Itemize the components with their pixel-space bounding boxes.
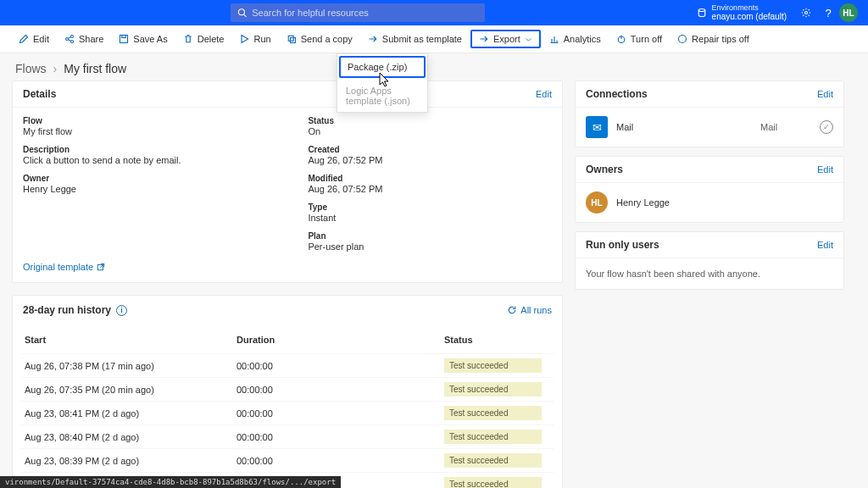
save-as-button[interactable]: Save As (112, 30, 174, 47)
status-badge: Test succeeded (444, 453, 542, 468)
turn-off-button[interactable]: Turn off (609, 30, 669, 47)
export-dropdown: Package (.zip) Logic Apps template (.jso… (337, 53, 428, 113)
cell-start: Aug 26, 07:38 PM (17 min ago) (25, 361, 236, 371)
trash-icon (183, 34, 193, 44)
search-input[interactable] (252, 8, 478, 18)
run-only-edit[interactable]: Edit (817, 240, 833, 250)
send-copy-button[interactable]: Send a copy (280, 30, 359, 47)
question-icon: ? (825, 7, 831, 19)
breadcrumb-sep: › (53, 62, 58, 75)
export-icon (479, 34, 489, 44)
flow-label: Flow (23, 116, 291, 125)
status-label: Status (308, 116, 552, 125)
search-box[interactable] (231, 3, 485, 22)
wrench-icon (677, 34, 687, 44)
help-button[interactable]: ? (817, 2, 839, 24)
cell-duration: 00:00:00 (236, 361, 444, 371)
owner-row[interactable]: HL Henry Legge (576, 183, 843, 222)
table-row[interactable]: Aug 23, 08:39 PM (2 d ago)00:00:00Test s… (21, 448, 554, 472)
refresh-icon (507, 305, 517, 315)
breadcrumb: Flows › My first flow (0, 53, 868, 80)
details-edit[interactable]: Edit (536, 89, 552, 99)
svg-rect-8 (122, 36, 126, 38)
original-template-link[interactable]: Original template (23, 262, 105, 272)
share-button[interactable]: Share (58, 30, 110, 47)
external-link-icon (97, 263, 105, 271)
status-badge: Test succeeded (444, 430, 542, 444)
breadcrumb-current: My first flow (64, 62, 126, 75)
owner-label: Owner (23, 174, 291, 183)
cell-duration: 00:00:00 (236, 456, 444, 466)
gear-icon (801, 8, 811, 18)
chart-icon (549, 34, 559, 44)
desc-label: Description (23, 145, 291, 154)
col-duration: Duration (236, 335, 444, 345)
details-card: Details Edit FlowMy first flow Descripti… (12, 80, 563, 283)
owner-name: Henry Legge (616, 197, 670, 208)
status-badge: Test succeeded (444, 477, 542, 488)
run-history-table: Start Duration Status Aug 26, 07:38 PM (… (13, 324, 562, 488)
cell-duration: 00:00:00 (236, 432, 444, 442)
table-header-row: Start Duration Status (21, 328, 554, 353)
delete-button[interactable]: Delete (176, 30, 231, 47)
type-value: Instant (308, 213, 552, 223)
plan-label: Plan (308, 231, 552, 241)
plan-value: Per-user plan (308, 241, 552, 252)
flow-value: My first flow (23, 126, 291, 136)
analytics-button[interactable]: Analytics (542, 30, 608, 47)
search-icon (237, 8, 247, 18)
svg-point-5 (70, 36, 73, 38)
connections-edit[interactable]: Edit (817, 89, 833, 99)
mail-icon: ✉ (586, 116, 608, 138)
col-start: Start (25, 335, 236, 345)
all-runs-link[interactable]: All runs (507, 305, 552, 315)
table-row[interactable]: Aug 26, 07:38 PM (17 min ago)00:00:00Tes… (21, 353, 554, 377)
svg-rect-10 (290, 38, 295, 43)
run-history-title: 28-day run history (23, 304, 111, 316)
svg-point-3 (805, 12, 808, 14)
run-only-title: Run only users (586, 239, 659, 251)
settings-button[interactable] (795, 2, 817, 24)
cell-duration: 00:00:00 (236, 385, 444, 395)
owners-card: OwnersEdit HL Henry Legge (575, 156, 844, 223)
svg-point-2 (698, 8, 705, 11)
cell-start: Aug 23, 08:41 PM (2 d ago) (25, 408, 236, 419)
table-row[interactable]: Aug 26, 07:35 PM (20 min ago)00:00:00Tes… (21, 377, 554, 401)
owners-title: Owners (586, 164, 623, 175)
check-icon: ✓ (820, 120, 833, 134)
save-icon (119, 34, 129, 44)
details-title: Details (23, 88, 56, 100)
desc-value: Click a button to send a note by email. (23, 155, 291, 165)
env-name: enayu.com (default) (712, 12, 787, 21)
user-avatar[interactable]: HL (839, 3, 858, 22)
created-value: Aug 26, 07:52 PM (308, 155, 552, 165)
power-icon (616, 34, 626, 44)
repair-tips-button[interactable]: Repair tips off (670, 30, 756, 47)
col-status: Status (444, 335, 542, 345)
modified-label: Modified (308, 174, 552, 183)
main-content: Details Edit FlowMy first flow Descripti… (0, 80, 868, 488)
run-only-card: Run only usersEdit Your flow hasn't been… (575, 231, 844, 290)
edit-button[interactable]: Edit (12, 30, 56, 47)
info-icon[interactable]: i (116, 305, 127, 316)
submit-template-button[interactable]: Submit as template (361, 30, 469, 47)
owners-edit[interactable]: Edit (817, 164, 833, 175)
svg-point-6 (70, 41, 73, 43)
database-icon (697, 8, 707, 18)
status-badge: Test succeeded (444, 382, 542, 396)
top-header: Environments enayu.com (default) ? HL (0, 0, 868, 25)
run-button[interactable]: Run (232, 30, 277, 47)
env-label: Environments (712, 4, 787, 13)
environment-picker[interactable]: Environments enayu.com (default) (697, 4, 787, 22)
table-row[interactable]: Aug 23, 08:40 PM (2 d ago)00:00:00Test s… (21, 424, 554, 448)
share-icon (64, 34, 75, 44)
status-bar: vironments/Default-37574ca4-cde8-4d8b-bc… (0, 476, 341, 488)
export-button[interactable]: Export (470, 30, 541, 48)
breadcrumb-parent[interactable]: Flows (15, 62, 47, 75)
export-zip-item[interactable]: Package (.zip) (339, 56, 426, 78)
owner-value: Henry Legge (23, 184, 291, 194)
connections-title: Connections (586, 88, 648, 100)
table-row[interactable]: Aug 23, 08:41 PM (2 d ago)00:00:00Test s… (21, 401, 554, 424)
cell-start: Aug 23, 08:40 PM (2 d ago) (25, 432, 236, 442)
connection-row[interactable]: ✉ Mail Mail ✓ (576, 108, 843, 147)
